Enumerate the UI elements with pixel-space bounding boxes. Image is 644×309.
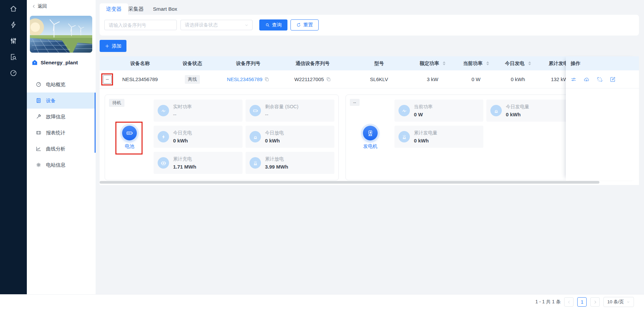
sort-carets-icon[interactable] — [443, 61, 445, 65]
tab-label: 逆变器 — [106, 6, 122, 13]
app-rail — [0, 0, 27, 294]
sliders-icon[interactable] — [9, 37, 17, 45]
add-device-button[interactable]: 添加 — [100, 40, 126, 52]
battery-device-label: 电池 — [118, 143, 141, 149]
battery-icon — [126, 129, 133, 137]
reset-label: 重置 — [303, 22, 313, 28]
sidebar-item-label: 故障信息 — [46, 114, 65, 120]
chevron-left-icon — [567, 300, 571, 304]
search-label: 查询 — [272, 22, 282, 28]
bolt-icon[interactable] — [9, 21, 17, 29]
next-page-button[interactable] — [590, 297, 600, 307]
cell-current-power: 0 W — [455, 76, 497, 82]
siren-icon — [250, 157, 261, 169]
device-list-icon — [36, 98, 42, 104]
sidebar-item-devices[interactable]: 设备 — [27, 92, 96, 109]
copy-icon[interactable] — [264, 77, 269, 82]
horizontal-scrollbar[interactable] — [100, 181, 599, 184]
generator-icon — [367, 129, 374, 137]
tab-smartbox[interactable]: Smart Box — [153, 3, 177, 15]
pagination-total: 1 - 1 共 1 条 — [535, 299, 560, 305]
page-number-button[interactable]: 1 — [577, 297, 587, 307]
refresh-icon — [296, 22, 301, 27]
generator-device-label: 发电机 — [359, 143, 382, 149]
reset-button[interactable]: 重置 — [290, 19, 319, 30]
stat-tile: 当前功率 0 W — [394, 100, 483, 122]
edit-icon[interactable] — [610, 76, 616, 82]
chevron-right-icon — [593, 300, 597, 304]
device-serial-link[interactable]: NESL23456789 — [227, 76, 263, 82]
siren-icon — [398, 131, 410, 142]
search-button[interactable]: 查询 — [259, 19, 287, 30]
battery-detail-card: 待机 电池 实时功率 -- 剩余容量 (SOC) -- — [105, 95, 339, 180]
sort-carets-icon[interactable] — [486, 61, 489, 65]
battery-device[interactable]: 电池 — [118, 126, 141, 149]
device-status-select[interactable]: 请选择设备状态 — [180, 20, 253, 30]
sidebar-item-plant-overview[interactable]: 电站概览 — [27, 76, 96, 92]
collapse-row-button[interactable] — [103, 75, 112, 84]
header-device-status: 设备状态 — [165, 60, 219, 67]
sidebar-menu: 电站概览 设备 故障信息 报表统计 曲线分析 电站信息 — [27, 76, 96, 173]
cell-model: SL6KLV — [348, 76, 410, 82]
table-row: NESL23456789 离线 NESL23456789 W221127005 … — [100, 70, 639, 88]
chevron-down-icon — [244, 23, 249, 27]
device-serial-input[interactable] — [104, 20, 177, 30]
parameter-settings-icon[interactable] — [571, 76, 577, 82]
page-size-select[interactable]: 10 条/页 — [603, 297, 634, 307]
generator-device-circle[interactable] — [363, 126, 378, 140]
battery-status-badge: 待机 — [109, 99, 124, 107]
sidebar-item-label: 报表统计 — [46, 130, 65, 136]
chevron-left-icon — [32, 4, 36, 9]
gauge-icon[interactable] — [9, 69, 17, 77]
cloud-upload-icon[interactable] — [584, 76, 590, 82]
header-operations: 操作 — [566, 56, 639, 70]
document-search-icon[interactable] — [9, 53, 17, 61]
stat-tile: 今日发电量 0 kWh — [486, 100, 575, 122]
sort-carets-icon[interactable] — [528, 61, 531, 65]
pagination: 1 - 1 共 1 条 1 10 条/页 — [535, 295, 634, 309]
header-device-serial: 设备序列号 — [219, 60, 277, 67]
add-label: 添加 — [112, 43, 121, 49]
dashboard-icon — [36, 81, 42, 87]
pulse-icon — [158, 105, 169, 116]
charge-icon — [158, 157, 169, 169]
back-button[interactable]: 返回 — [32, 3, 47, 9]
sidebar-item-plant-info[interactable]: 电站信息 — [27, 157, 96, 173]
stat-tile: 剩余容量 (SOC) -- — [246, 100, 334, 122]
home-icon[interactable] — [9, 5, 17, 13]
sidebar-item-fault-info[interactable]: 故障信息 — [27, 109, 96, 125]
battery-device-circle[interactable] — [122, 126, 137, 140]
plant-name: Slenergy_plant — [41, 60, 78, 66]
header-today-energy[interactable]: 今日发电 — [497, 60, 539, 67]
plant-house-icon — [32, 59, 38, 66]
filter-bar: 请选择设备状态 查询 重置 — [100, 15, 639, 36]
sidebar-item-curve-analysis[interactable]: 曲线分析 — [27, 141, 96, 157]
generator-detail-card: -- 发电机 当前功率 0 W 今日发电量 0 kWh — [345, 95, 571, 180]
generator-status-badge: -- — [350, 99, 360, 106]
cell-device-name: NESL23456789 — [115, 76, 165, 82]
sidebar-item-report-stats[interactable]: 报表统计 — [27, 125, 96, 141]
cell-today-energy: 0 kWh — [497, 76, 539, 82]
header-rated-power[interactable]: 额定功率 — [410, 60, 455, 67]
unbind-icon[interactable] — [597, 76, 603, 82]
tab-inverter[interactable]: 逆变器 — [100, 3, 128, 15]
select-placeholder: 请选择设备状态 — [185, 22, 218, 28]
bolt-icon — [158, 131, 169, 142]
table-header-row: 设备名称 设备状态 设备序列号 通信设备序列号 型号 额定功率 当前功率 今日发… — [100, 56, 639, 70]
tab-collector[interactable]: 采集器 — [128, 3, 144, 15]
battery-icon — [250, 105, 261, 116]
back-label: 返回 — [38, 3, 47, 9]
copy-icon[interactable] — [326, 77, 331, 82]
sidebar-item-label: 曲线分析 — [46, 146, 65, 152]
lamp-icon — [250, 131, 261, 142]
stat-tile: 实时功率 -- — [154, 100, 243, 122]
header-current-power[interactable]: 当前功率 — [455, 60, 497, 67]
cell-rated-power: 3 kW — [410, 76, 455, 82]
header-device-name: 设备名称 — [115, 60, 165, 67]
status-badge: 离线 — [185, 75, 200, 84]
tab-label: Smart Box — [153, 6, 177, 12]
generator-device[interactable]: 发电机 — [359, 126, 382, 149]
stat-tile: 累计充电 1.71 MWh — [154, 152, 243, 174]
prev-page-button[interactable] — [564, 297, 574, 307]
wrench-icon — [36, 114, 42, 120]
